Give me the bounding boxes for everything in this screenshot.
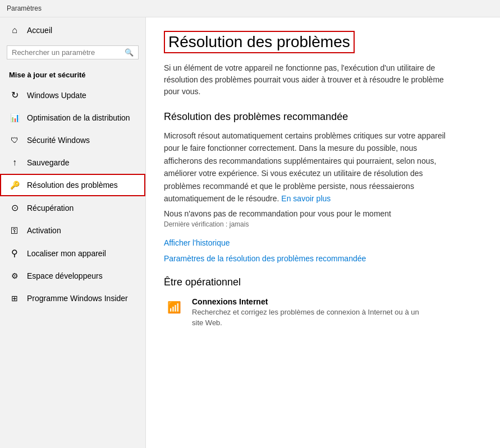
etre-section: Être opérationnel Connexions Internet Re… bbox=[164, 276, 482, 327]
distrib-icon bbox=[9, 113, 20, 123]
wifi-icon bbox=[167, 300, 181, 315]
historique-link[interactable]: Afficher l'historique bbox=[164, 238, 230, 247]
sidebar-item-resolution[interactable]: Résolution des problèmes bbox=[0, 174, 145, 196]
service-item-internet: Connexions Internet Recherchez et corrig… bbox=[164, 297, 482, 327]
etre-heading: Être opérationnel bbox=[164, 276, 482, 288]
page-title: Résolution des problèmes bbox=[164, 31, 355, 53]
sidebar-item-dev[interactable]: Espace développeurs bbox=[0, 265, 145, 287]
dev-icon bbox=[9, 271, 20, 281]
update-icon bbox=[9, 90, 20, 100]
sidebar-item-sauvegarde[interactable]: Sauvegarde bbox=[0, 151, 145, 174]
parametres-link-block: Paramètres de la résolution des problème… bbox=[164, 254, 482, 263]
troubleshoot-icon bbox=[9, 180, 20, 190]
sidebar-item-optimisation[interactable]: Optimisation de la distribution bbox=[0, 107, 145, 129]
wifi-icon-box bbox=[164, 297, 184, 317]
service-desc: Recherchez et corrigez les problèmes de … bbox=[192, 307, 428, 327]
historique-link-block: Afficher l'historique bbox=[164, 238, 482, 247]
service-text: Connexions Internet Recherchez et corrig… bbox=[192, 297, 428, 327]
sidebar-label: Sauvegarde bbox=[27, 158, 136, 167]
search-input[interactable] bbox=[12, 48, 121, 57]
sidebar-item-insider[interactable]: Programme Windows Insider bbox=[0, 287, 145, 310]
insider-icon bbox=[9, 293, 20, 303]
security-icon bbox=[9, 135, 20, 145]
search-box: 🔍 bbox=[7, 45, 139, 59]
sidebar-label: Récupération bbox=[27, 204, 136, 213]
en-savoir-plus-link[interactable]: En savoir plus bbox=[281, 194, 331, 203]
sidebar-label: Localiser mon appareil bbox=[27, 249, 136, 258]
sidebar-label: Windows Update bbox=[27, 91, 136, 100]
service-title: Connexions Internet bbox=[192, 297, 428, 306]
parametres-link[interactable]: Paramètres de la résolution des problème… bbox=[164, 254, 366, 263]
sidebar-item-accueil[interactable]: Accueil bbox=[0, 17, 145, 43]
recommended-body: Microsoft résout automatiquement certain… bbox=[164, 130, 456, 205]
sidebar-label: Programme Windows Insider bbox=[27, 294, 136, 303]
sidebar-label: Espace développeurs bbox=[27, 271, 136, 280]
sidebar-label: Activation bbox=[27, 226, 136, 235]
search-icon: 🔍 bbox=[125, 48, 134, 57]
section-title: Mise à jour et sécurité bbox=[0, 66, 145, 84]
sidebar-item-securite[interactable]: Sécurité Windows bbox=[0, 129, 145, 151]
sidebar-item-activation[interactable]: Activation bbox=[0, 219, 145, 242]
sidebar: Accueil 🔍 Mise à jour et sécurité Window… bbox=[0, 17, 146, 448]
sidebar-item-recuperation[interactable]: Récupération bbox=[0, 196, 145, 219]
intro-text: Si un élément de votre appareil ne fonct… bbox=[164, 62, 456, 98]
no-recommendation-text: Nous n'avons pas de recommandation pour … bbox=[164, 209, 482, 218]
sidebar-label: Résolution des problèmes bbox=[27, 181, 136, 190]
sidebar-item-localiser[interactable]: Localiser mon appareil bbox=[0, 242, 145, 265]
main-content: Résolution des problèmes Si un élément d… bbox=[146, 17, 500, 448]
backup-icon bbox=[9, 158, 20, 168]
recommended-heading: Résolution des problèmes recommandée bbox=[164, 111, 482, 123]
locate-icon bbox=[9, 248, 20, 258]
sidebar-item-windows-update[interactable]: Windows Update bbox=[0, 84, 145, 107]
app-title: Paramètres bbox=[0, 0, 500, 17]
last-check-text: Dernière vérification : jamais bbox=[164, 220, 482, 228]
recovery-icon bbox=[9, 202, 20, 213]
sidebar-label: Sécurité Windows bbox=[27, 136, 136, 145]
sidebar-label: Optimisation de la distribution bbox=[27, 113, 136, 122]
home-icon bbox=[9, 25, 20, 35]
activation-icon bbox=[9, 225, 20, 235]
accueil-label: Accueil bbox=[27, 26, 136, 35]
